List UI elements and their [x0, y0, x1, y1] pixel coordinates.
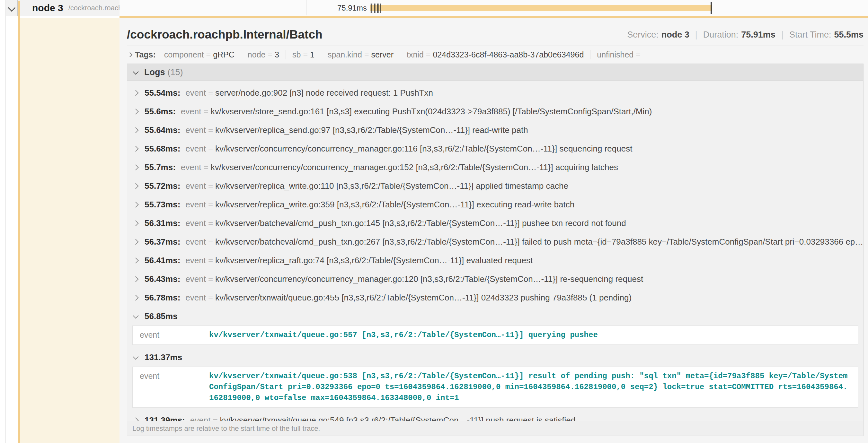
tags-accordion[interactable]: Tags: component=gRPCnode=3sb=1span.kind=…	[127, 46, 864, 64]
span-operation-name: /cockroach.roach…	[68, 4, 120, 12]
tag-key: unfinished	[597, 50, 633, 59]
log-entry[interactable]: 55.68ms:event=kv/kvserver/concurrency/co…	[127, 139, 863, 158]
equals-sign: =	[206, 144, 215, 154]
log-timestamp: 55.6ms:	[145, 107, 176, 116]
log-entry-expanded[interactable]: 56.85ms	[127, 307, 863, 326]
tag-value: 024d3323-6c8f-4863-aa8b-37ab0e63496d	[433, 50, 584, 59]
log-entry[interactable]: 55.6ms:event=kv/kvserver/store_send.go:1…	[127, 102, 863, 121]
log-marker-tick	[377, 3, 378, 13]
equals-sign: =	[301, 50, 310, 59]
span-service-name: node 3	[32, 3, 63, 13]
meta-value: 55.5ms	[834, 30, 864, 40]
logs-count: (15)	[168, 67, 183, 77]
chevron-right-icon	[127, 52, 133, 57]
log-entry[interactable]: 56.43ms:event=kv/kvserver/concurrency/co…	[127, 270, 863, 288]
log-entry[interactable]: 56.78ms:event=kv/kvserver/txnwait/queue.…	[127, 288, 863, 307]
log-entry[interactable]: 55.73ms:event=kv/kvserver/replica_write.…	[127, 195, 863, 214]
log-fields-table: eventkv/kvserver/txnwait/queue.go:538 [n…	[132, 367, 858, 408]
tag-value: 3	[275, 50, 279, 59]
equals-sign: =	[206, 181, 215, 191]
log-timestamp: 55.72ms:	[145, 181, 180, 191]
log-field-row: eventkv/kvserver/txnwait/queue.go:538 [n…	[133, 367, 858, 407]
log-timestamp: 55.73ms:	[145, 200, 180, 210]
log-message: server/node.go:902 [n3] node received re…	[215, 88, 433, 98]
tags-label: Tags:	[135, 50, 156, 59]
tag-value: gRPC	[213, 50, 235, 59]
tag-key: txnid	[407, 50, 424, 59]
log-entry[interactable]: 55.64ms:event=kv/kvserver/replica_send.g…	[127, 121, 863, 139]
chevron-right-icon	[133, 258, 138, 263]
chevron-right-icon	[133, 202, 138, 207]
chevron-right-icon	[133, 146, 138, 151]
span-title: /cockroach.roachpb.Internal/Batch	[127, 28, 322, 42]
log-timestamp: 56.85ms	[145, 311, 178, 321]
logs-section: Logs (15) 55.54ms:event=server/node.go:9…	[127, 64, 864, 436]
log-message: kv/kvserver/replica_write.go:359 [n3,s3,…	[215, 200, 575, 210]
meta-label: Start Time:	[789, 30, 831, 40]
tag-key: component	[164, 50, 204, 59]
log-entry[interactable]: 56.37ms:event=kv/kvserver/batcheval/cmd_…	[127, 232, 863, 251]
log-message: kv/kvserver/replica_raft.go:74 [n3,s3,r6…	[215, 255, 533, 266]
chevron-right-icon	[133, 183, 138, 189]
span-timeline[interactable]: 75.91ms	[120, 0, 868, 16]
log-marker-tick	[373, 3, 373, 13]
log-entry-expanded[interactable]: 131.37ms	[127, 348, 863, 367]
equals-sign: =	[265, 50, 275, 59]
span-duration-label: 75.91ms	[120, 0, 367, 16]
log-marker-tick	[380, 3, 381, 13]
equals-sign: =	[206, 255, 215, 266]
tag-item: unfinished=	[590, 50, 649, 59]
equals-sign: =	[201, 107, 210, 116]
log-entry[interactable]: 55.7ms:event=kv/kvserver/concurrency/con…	[127, 158, 863, 176]
log-entry[interactable]: 55.72ms:event=kv/kvserver/replica_write.…	[127, 176, 863, 195]
log-field-key: event	[181, 107, 202, 116]
logs-footer-note: Log timestamps are relative to the start…	[127, 421, 863, 436]
span-detail-header: /cockroach.roachpb.Internal/Batch Servic…	[127, 18, 864, 42]
log-marker-tick	[371, 3, 372, 13]
log-message: kv/kvserver/replica_write.go:110 [n3,s3,…	[215, 181, 568, 191]
span-duration-bar[interactable]	[370, 5, 712, 11]
tag-item: span.kind=server	[321, 50, 400, 59]
meta-value: 75.91ms	[741, 30, 775, 40]
logs-title: Logs	[144, 67, 165, 77]
chevron-right-icon	[133, 239, 138, 245]
span-name-cell[interactable]: node 3 /cockroach.roach…	[18, 0, 120, 16]
log-field-key: event	[185, 200, 206, 210]
log-field-key: event	[185, 237, 206, 247]
tag-item: node=3	[241, 50, 286, 59]
chevron-right-icon	[133, 276, 138, 282]
trace-view: node 3 /cockroach.roach… 75.91ms /cockro…	[0, 0, 868, 443]
log-timestamp: 131.37ms	[145, 352, 182, 363]
span-color-stripe	[18, 1, 20, 443]
log-field-key: event	[185, 181, 206, 191]
log-message: kv/kvserver/txnwait/queue.go:455 [n3,s3,…	[215, 293, 631, 303]
log-marker-tick	[375, 3, 376, 13]
chevron-down-icon	[133, 69, 138, 74]
log-field-key: event	[185, 218, 206, 228]
chevron-right-icon	[133, 127, 138, 133]
log-fields-table: eventkv/kvserver/txnwait/queue.go:557 [n…	[132, 326, 858, 345]
selected-span-highlight	[20, 18, 120, 443]
log-field-key: event	[185, 125, 206, 135]
equals-sign: =	[204, 50, 213, 59]
log-field-row: eventkv/kvserver/txnwait/queue.go:557 [n…	[133, 326, 858, 344]
log-marker-tick	[378, 3, 379, 13]
log-field-key: event	[185, 88, 206, 98]
equals-sign: =	[206, 125, 215, 135]
chevron-right-icon	[133, 295, 138, 301]
tag-item: sb=1	[286, 50, 321, 59]
log-entry[interactable]: 56.31ms:event=kv/kvserver/batcheval/cmd_…	[127, 214, 863, 232]
logs-accordion-header[interactable]: Logs (15)	[127, 64, 863, 81]
equals-sign: =	[206, 293, 215, 303]
chevron-down-icon	[133, 313, 138, 318]
collapse-span-button[interactable]	[6, 0, 18, 16]
tag-value: server	[371, 50, 394, 59]
log-field-key: event	[185, 293, 206, 303]
log-entry[interactable]: 55.54ms:event=server/node.go:902 [n3] no…	[127, 83, 863, 102]
log-marker-tick	[711, 2, 712, 14]
log-field-value: kv/kvserver/txnwait/queue.go:538 [n3,s3,…	[209, 367, 858, 407]
log-rows: 55.54ms:event=server/node.go:902 [n3] no…	[127, 81, 863, 430]
left-rail-divider	[5, 0, 6, 443]
log-entry[interactable]: 56.41ms:event=kv/kvserver/replica_raft.g…	[127, 251, 863, 270]
log-marker-tick	[374, 3, 375, 13]
